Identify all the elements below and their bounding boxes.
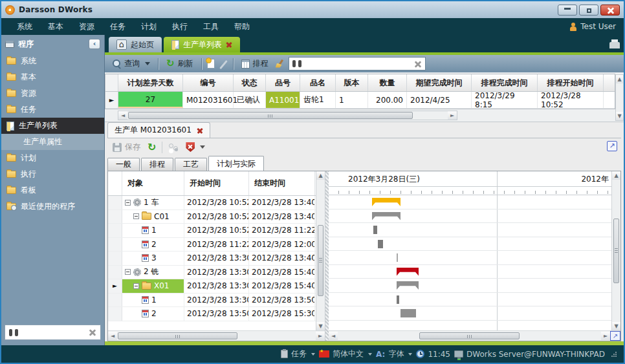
- column-header[interactable]: 数量: [368, 74, 407, 91]
- column-header[interactable]: 排程开始时间: [538, 74, 604, 91]
- open-in-window-icon[interactable]: ↗: [607, 141, 617, 151]
- tree-vertical-scrollbar[interactable]: ▲ ▼: [316, 171, 325, 330]
- sidebar-item-计划[interactable]: 计划: [1, 150, 104, 166]
- minimize-button[interactable]: [558, 5, 577, 16]
- tree-row[interactable]: ►X012012/3/28 13:302012/3/28 15:40: [108, 279, 325, 294]
- tab-plan-vs-actual[interactable]: 计划与实际: [208, 156, 264, 171]
- tree-object-cell[interactable]: 2: [122, 238, 184, 252]
- window-list-icon[interactable]: [609, 42, 620, 48]
- sidebar-item-执行[interactable]: 执行: [1, 166, 104, 182]
- tree-object-cell[interactable]: X01: [122, 279, 184, 293]
- tree-row[interactable]: 12012/3/28 10:522012/3/28 11:22: [108, 224, 325, 238]
- column-header[interactable]: 编号: [183, 74, 234, 91]
- sidebar-item-生产单列表[interactable]: 生产单列表: [1, 118, 104, 134]
- menu-item[interactable]: 资源: [71, 19, 102, 34]
- sidebar-item-系统[interactable]: 系统: [1, 53, 104, 69]
- grid-vertical-scrollbar[interactable]: ▲ ▼: [615, 74, 624, 121]
- edit-icon[interactable]: [219, 59, 228, 69]
- tree-expander-icon[interactable]: [133, 213, 139, 219]
- tree-expander-icon[interactable]: [125, 269, 131, 275]
- column-header[interactable]: 版本: [336, 74, 368, 91]
- tree-row[interactable]: 22012/3/28 13:502012/3/28 15:30: [108, 307, 325, 321]
- column-header[interactable]: 计划差异天数: [118, 74, 183, 91]
- tab-production-order-list[interactable]: 生产单列表: [164, 37, 240, 52]
- tab-general[interactable]: 一般: [107, 158, 140, 171]
- maximize-button[interactable]: [579, 5, 598, 16]
- column-header[interactable]: 排程完成时间: [472, 74, 538, 91]
- column-header[interactable]: 状态: [234, 74, 266, 91]
- status-font-selector[interactable]: A: 字体: [376, 348, 412, 359]
- tree-object-cell[interactable]: 1: [122, 294, 184, 307]
- menu-item[interactable]: 帮助: [226, 19, 258, 34]
- gantt-vertical-scrollbar[interactable]: ▲ ▼: [611, 171, 620, 330]
- column-header[interactable]: 期望完成时间: [407, 74, 472, 91]
- validate-button[interactable]: [183, 141, 208, 153]
- user-indicator[interactable]: Test User: [569, 22, 616, 31]
- refresh-button[interactable]: ↻ 刷新: [164, 57, 196, 70]
- tree-object-cell[interactable]: 1: [122, 224, 184, 237]
- detail-refresh-icon[interactable]: ↻: [148, 143, 156, 151]
- tree-object-cell[interactable]: 2: [122, 307, 184, 321]
- sidebar-search-input[interactable]: [18, 328, 89, 337]
- menu-item[interactable]: 系统: [9, 19, 40, 34]
- tree-row[interactable]: C012012/3/28 10:522012/3/28 13:40: [108, 210, 325, 224]
- close-button[interactable]: [600, 5, 620, 16]
- tree-row[interactable]: 2 铣2012/3/28 13:302012/3/28 15:40: [108, 266, 325, 280]
- sidebar-item-基本[interactable]: 基本: [1, 69, 104, 85]
- menu-item[interactable]: 基本: [40, 19, 71, 34]
- column-header[interactable]: 品号: [266, 74, 300, 91]
- status-language-selector[interactable]: 简体中文: [319, 348, 372, 359]
- tree-row[interactable]: 22012/3/28 11:222012/3/28 12:00: [108, 238, 325, 252]
- tree-row[interactable]: 1 车2012/3/28 10:522012/3/28 13:40: [108, 196, 325, 210]
- status-task-selector[interactable]: 任务: [281, 348, 315, 359]
- detail-document-tab[interactable]: 生产单 M012031601: [107, 122, 210, 138]
- sidebar-collapse-button[interactable]: ‹: [89, 39, 100, 49]
- toolbar-search-input[interactable]: [305, 59, 411, 69]
- schedule-button[interactable]: 排程: [239, 57, 271, 70]
- tree-row[interactable]: 12012/3/28 13:302012/3/28 13:50: [108, 294, 325, 308]
- query-button[interactable]: 查询: [110, 57, 153, 70]
- sidebar-item-资源[interactable]: 资源: [1, 85, 104, 102]
- gantt-bar-task[interactable]: [373, 226, 377, 234]
- tree-column-header[interactable]: 对象: [122, 171, 184, 195]
- tab-scheduling[interactable]: 排程: [141, 158, 173, 171]
- detail-tab-close-icon[interactable]: [197, 127, 203, 134]
- gantt-horizontal-scrollbar[interactable]: ◄ ►: [329, 331, 610, 341]
- tree-column-header[interactable]: 开始时间: [184, 171, 249, 195]
- tree-object-cell[interactable]: C01: [122, 210, 184, 224]
- column-header[interactable]: 品名: [300, 74, 336, 91]
- link-structure-icon[interactable]: [168, 143, 179, 151]
- tab-start-page[interactable]: ⌂ 起始页: [109, 37, 162, 52]
- gantt-bar-task[interactable]: [400, 309, 416, 317]
- menu-item[interactable]: 任务: [102, 19, 133, 34]
- new-document-icon[interactable]: [207, 59, 215, 69]
- gantt-bar-summary[interactable]: [372, 212, 400, 220]
- save-button[interactable]: 保存: [110, 140, 143, 154]
- tree-expander-icon[interactable]: [125, 200, 131, 206]
- menu-item[interactable]: 工具: [195, 19, 226, 34]
- menu-item[interactable]: 计划: [133, 19, 164, 34]
- resize-grip[interactable]: [611, 351, 617, 357]
- sidebar-search-clear-icon[interactable]: [89, 328, 96, 336]
- grid-horizontal-scrollbar[interactable]: ◄ ►: [118, 111, 457, 120]
- sidebar-item-任务[interactable]: 任务: [1, 102, 104, 118]
- tree-column-header[interactable]: 结束时间: [249, 171, 315, 195]
- gantt-bar-summary[interactable]: [397, 268, 419, 276]
- gantt-bar-task[interactable]: [378, 240, 383, 248]
- tab-close-icon[interactable]: [226, 41, 232, 48]
- sidebar-item-生产单属性[interactable]: 生产单属性: [1, 134, 104, 150]
- table-row[interactable]: ►27M012031601已确认A11001齿轮11200.002012/4/2…: [105, 92, 615, 109]
- gantt-bar-task[interactable]: [397, 295, 399, 304]
- gantt-bar-summary[interactable]: [397, 281, 419, 290]
- tree-horizontal-scrollbar[interactable]: ◄ ►: [108, 331, 325, 341]
- gantt-expand-icon[interactable]: ↗: [610, 331, 620, 341]
- gantt-bar-summary[interactable]: [372, 198, 400, 206]
- toolbar-search-clear-icon[interactable]: [414, 60, 422, 68]
- tree-object-cell[interactable]: 2 铣: [122, 266, 184, 279]
- sidebar-item-看板[interactable]: 看板: [1, 182, 104, 198]
- sidebar-item-最近使用的程序[interactable]: 最近使用的程序: [1, 198, 104, 215]
- tree-expander-icon[interactable]: [133, 283, 139, 289]
- clear-broom-icon[interactable]: [275, 59, 285, 69]
- gantt-bar-task[interactable]: [397, 253, 398, 262]
- tree-object-cell[interactable]: 1 车: [122, 196, 184, 209]
